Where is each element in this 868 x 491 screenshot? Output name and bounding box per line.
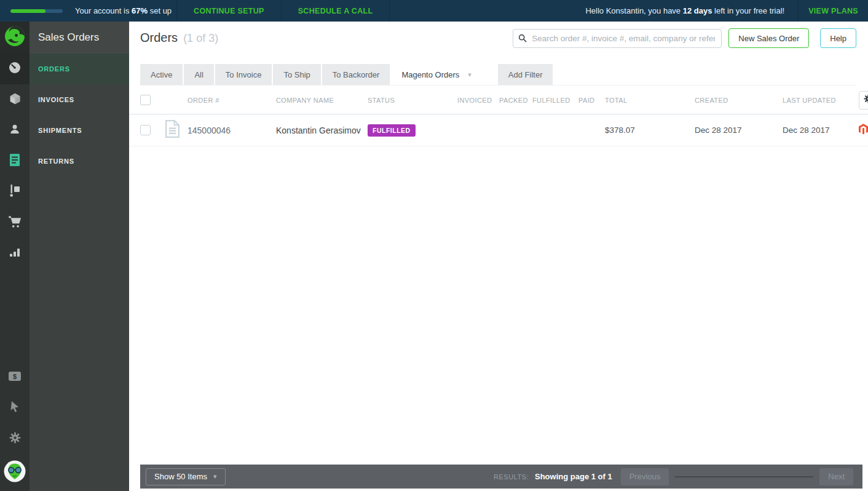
search-box [513, 29, 722, 48]
page-info: Showing page 1 of 1 [535, 472, 612, 481]
trial-greeting: Hello Konstantin, you have 12 days left … [585, 0, 798, 22]
rail-item-stock-control[interactable] [0, 177, 30, 207]
trial-info-section: Hello Konstantin, you have 12 days left … [585, 0, 868, 22]
select-all-checkbox[interactable] [140, 95, 151, 105]
rail-item-connect[interactable] [0, 393, 30, 423]
col-packed[interactable]: PACKED [499, 97, 532, 104]
tab-to-backorder[interactable]: To Backorder [322, 64, 390, 85]
sidebar-item-invoices[interactable]: INVOICES [30, 84, 129, 115]
gear-icon [9, 432, 21, 446]
sales-orders-icon [9, 153, 20, 169]
view-plans-link[interactable]: VIEW PLANS [798, 0, 868, 22]
app-icon-rail: $ [0, 22, 30, 491]
results-label: RESULTS: [494, 473, 529, 481]
sidebar-item-returns[interactable]: RETURNS [30, 146, 129, 177]
bar-chart-icon [9, 246, 21, 261]
hand-truck-icon [9, 184, 21, 200]
user-avatar[interactable] [0, 454, 30, 491]
order-row[interactable]: 145000046 Konstantin Gerasimov FULFILLED… [129, 114, 868, 146]
row-checkbox[interactable] [140, 125, 151, 135]
person-icon [9, 123, 21, 138]
cart-icon [8, 215, 22, 231]
previous-page-button[interactable]: Previous [621, 468, 669, 485]
rail-item-settings[interactable] [0, 423, 30, 454]
tab-to-ship[interactable]: To Ship [273, 64, 320, 85]
col-invoiced[interactable]: INVOICED [457, 97, 499, 104]
sidebar-item-shipments[interactable]: SHIPMENTS [30, 115, 129, 146]
col-company-name[interactable]: COMPANY NAME [276, 97, 368, 104]
gecko-logo-icon [4, 26, 25, 49]
rail-item-sales-orders[interactable] [0, 146, 30, 177]
new-sales-order-button[interactable]: New Sales Order [728, 28, 809, 48]
col-order-number[interactable]: ORDER # [187, 97, 276, 104]
tab-magento-orders[interactable]: Magento Orders ▾ [391, 64, 481, 85]
table-gear-icon [864, 94, 868, 106]
rail-bottom-group: $ [0, 362, 30, 491]
account-setup-text: Your account is 67% set up [75, 6, 172, 15]
rail-item-payments[interactable]: $ [0, 362, 30, 393]
setup-progress-fill [10, 9, 45, 13]
cursor-icon [9, 401, 20, 415]
svg-text:$: $ [13, 372, 17, 380]
setup-progress-section: Your account is 67% set up [0, 0, 172, 22]
created-date: Dec 28 2017 [695, 126, 783, 135]
main-content: Orders (1 of 3) New Sales Order Help [129, 22, 868, 491]
status-badge: FULFILLED [368, 124, 416, 137]
sidebar-title: Sales Orders [30, 22, 129, 54]
search-input[interactable] [513, 29, 722, 48]
avatar-gecko-icon [4, 460, 26, 485]
app-window: Your account is 67% set up CONTINUE SETU… [0, 0, 868, 491]
schedule-call-link[interactable]: SCHEDULE A CALL [281, 0, 390, 22]
col-created[interactable]: CREATED [695, 97, 783, 104]
order-number[interactable]: 145000046 [187, 126, 276, 135]
order-total: $378.07 [605, 126, 695, 135]
magento-icon [859, 124, 868, 137]
tradegecko-logo[interactable] [0, 22, 30, 54]
col-last-updated[interactable]: LAST UPDATED [783, 97, 859, 104]
channel-cell [859, 124, 868, 137]
page-header: Orders (1 of 3) New Sales Order Help [129, 22, 868, 62]
rail-item-intelligence[interactable] [0, 238, 30, 269]
page-count: (1 of 3) [183, 32, 218, 45]
pagination-bar: Show 50 Items ▾ RESULTS: Showing page 1 … [140, 465, 862, 489]
tab-all[interactable]: All [184, 64, 213, 85]
col-paid[interactable]: PAID [578, 97, 605, 104]
help-button[interactable]: Help [820, 28, 856, 48]
document-icon [165, 119, 187, 141]
setup-progress-bar [10, 9, 63, 13]
chevron-down-icon: ▾ [468, 71, 471, 79]
sales-orders-sidebar: Sales Orders ORDERS INVOICES SHIPMENTS R… [30, 22, 129, 491]
trial-topbar: Your account is 67% set up CONTINUE SETU… [0, 0, 868, 22]
show-items-dropdown[interactable]: Show 50 Items ▾ [146, 468, 226, 485]
col-fulfilled[interactable]: FULFILLED [532, 97, 578, 104]
chevron-down-icon: ▾ [213, 473, 217, 481]
table-header: ORDER # COMPANY NAME STATUS INVOICED PAC… [129, 86, 868, 114]
last-updated-date: Dec 28 2017 [783, 126, 859, 135]
rail-item-purchases[interactable] [0, 207, 30, 238]
continue-setup-link[interactable]: CONTINUE SETUP [176, 0, 281, 22]
col-total[interactable]: TOTAL [605, 97, 695, 104]
cube-icon [9, 92, 22, 108]
add-filter-button[interactable]: Add Filter [498, 64, 553, 85]
page-title: Orders [140, 31, 178, 45]
rail-item-relationships[interactable] [0, 115, 30, 146]
filter-tabs: Active All To Invoice To Ship To Backord… [140, 64, 857, 86]
next-page-button[interactable]: Next [819, 468, 853, 485]
rail-item-inventory[interactable] [0, 84, 30, 115]
dashboard-icon [8, 61, 22, 77]
company-name[interactable]: Konstantin Gerasimov [276, 126, 368, 135]
dollar-icon: $ [8, 371, 22, 384]
col-status[interactable]: STATUS [368, 97, 457, 104]
rail-item-dashboard[interactable] [0, 54, 30, 84]
sidebar-item-orders[interactable]: ORDERS [30, 54, 129, 84]
pagination-track [675, 476, 813, 477]
column-settings-button[interactable] [859, 91, 868, 110]
tab-to-invoice[interactable]: To Invoice [215, 64, 272, 85]
search-icon [518, 34, 527, 45]
tab-active[interactable]: Active [140, 64, 183, 85]
